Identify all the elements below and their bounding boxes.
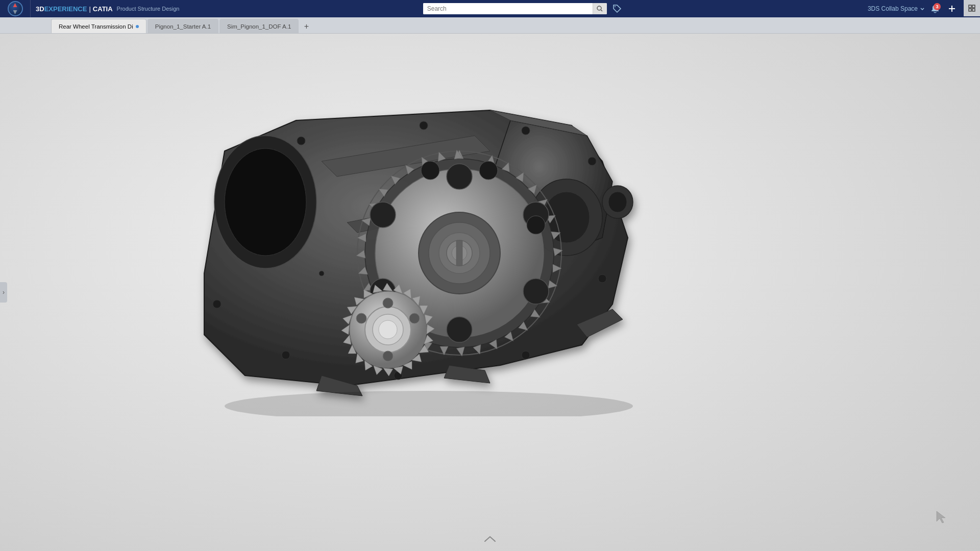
- svg-point-57: [409, 313, 420, 323]
- brand-experience-text: EXPERIENCE: [44, 5, 87, 13]
- collab-space-label: 3DS Collab Space: [868, 5, 918, 12]
- left-toggle-icon: ›: [3, 289, 5, 296]
- plus-icon: [948, 5, 956, 13]
- svg-point-31: [319, 271, 324, 276]
- collab-space[interactable]: 3DS Collab Space: [868, 5, 925, 12]
- expand-button[interactable]: [964, 0, 980, 16]
- viewport[interactable]: ›: [0, 34, 980, 551]
- svg-rect-12: [969, 9, 971, 11]
- svg-point-53: [379, 320, 397, 339]
- svg-point-56: [356, 313, 366, 323]
- add-tab-icon: +: [304, 22, 309, 31]
- svg-point-21: [420, 121, 428, 130]
- search-button[interactable]: [593, 3, 607, 14]
- cursor-icon: [934, 509, 949, 524]
- add-button[interactable]: [945, 2, 959, 15]
- svg-point-28: [213, 300, 221, 308]
- chevron-up-icon: [484, 535, 496, 542]
- brand-product-text: Product Structure Design: [117, 6, 180, 12]
- collab-chevron-icon: [920, 6, 925, 11]
- brand-3d-text: 3D: [36, 5, 44, 13]
- brand-area: 3D EXPERIENCE | CATIA Product Structure …: [31, 0, 184, 17]
- tab-pignon-starter[interactable]: Pignon_1_Starter A.1: [148, 19, 218, 33]
- svg-point-25: [522, 351, 530, 359]
- svg-rect-11: [972, 5, 975, 8]
- tab-sim-pignon-label: Sim_Pignon_1_DOF A.1: [227, 23, 291, 30]
- brand-catia-text: CATIA: [93, 5, 113, 13]
- svg-point-0: [597, 6, 601, 10]
- tag-icon: [612, 4, 622, 13]
- tab-sim-pignon[interactable]: Sim_Pignon_1_DOF A.1: [219, 19, 299, 33]
- left-panel-toggle[interactable]: ›: [0, 282, 7, 303]
- tab-pignon-starter-label: Pignon_1_Starter A.1: [155, 23, 211, 30]
- svg-line-1: [601, 10, 602, 11]
- svg-point-37: [370, 202, 396, 228]
- compass-arrow-south: [13, 10, 17, 14]
- svg-point-35: [447, 164, 472, 189]
- svg-point-36: [447, 317, 472, 342]
- 3d-model-view: [143, 59, 653, 416]
- svg-point-24: [598, 274, 606, 283]
- svg-point-41: [421, 161, 439, 180]
- svg-point-43: [527, 216, 545, 234]
- add-tab-button[interactable]: +: [300, 20, 313, 33]
- right-controls: 3DS Collab Space 3: [863, 2, 980, 16]
- svg-rect-49: [456, 240, 462, 266]
- tab-rear-wheel[interactable]: Rear Wheel Transmission Di: [51, 19, 146, 33]
- svg-point-19: [608, 192, 627, 212]
- compass-circle: [8, 1, 23, 16]
- svg-point-2: [615, 6, 616, 7]
- svg-point-58: [225, 391, 633, 416]
- search-icon: [597, 6, 603, 12]
- tab-dot-rear-wheel: [136, 25, 139, 28]
- notification-badge: 3: [934, 3, 941, 10]
- compass-arrow-north: [13, 3, 17, 7]
- svg-point-15: [225, 148, 306, 256]
- svg-rect-13: [972, 9, 975, 11]
- notification-area[interactable]: 3: [928, 2, 942, 16]
- 3d-model-svg: [143, 59, 653, 416]
- svg-point-22: [522, 127, 530, 135]
- svg-point-42: [479, 161, 498, 180]
- expand-icon: [968, 5, 975, 12]
- svg-point-54: [383, 298, 393, 308]
- brand-separator: |: [89, 5, 90, 13]
- svg-point-23: [588, 157, 596, 165]
- svg-rect-10: [969, 5, 971, 8]
- bottom-chevron[interactable]: [484, 534, 496, 545]
- search-box[interactable]: [423, 3, 607, 14]
- tab-bar: Rear Wheel Transmission Di Pignon_1_Star…: [0, 17, 980, 34]
- tag-button[interactable]: [610, 3, 624, 14]
- svg-point-55: [383, 351, 393, 361]
- compass-nav[interactable]: [0, 0, 31, 17]
- tab-rear-wheel-label: Rear Wheel Transmission Di: [59, 23, 133, 30]
- search-input[interactable]: [423, 3, 593, 14]
- search-area: [184, 3, 862, 14]
- svg-point-40: [523, 279, 549, 304]
- cursor-indicator: [934, 509, 949, 525]
- svg-point-27: [282, 351, 290, 359]
- svg-point-20: [297, 137, 305, 145]
- header-bar: 3D EXPERIENCE | CATIA Product Structure …: [0, 0, 980, 17]
